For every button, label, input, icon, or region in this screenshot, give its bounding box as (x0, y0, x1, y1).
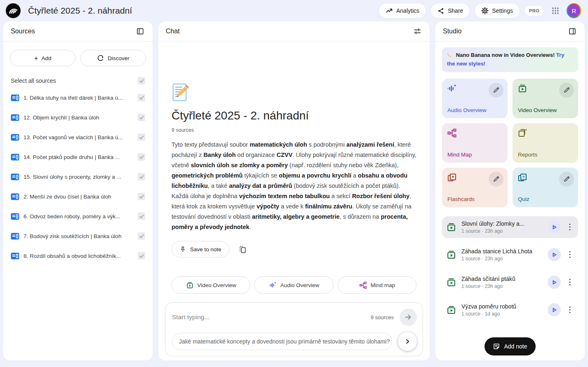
mind-map-card[interactable]: Mind Map (442, 123, 508, 163)
card-label: Video Overview (518, 107, 557, 113)
nano-banana-banner: Nano Banana now in Video Overviews! Try … (442, 47, 578, 72)
chat-panel-title: Chat (166, 28, 180, 35)
edit-audio-overview-button[interactable] (489, 83, 503, 98)
edit-video-overview-button[interactable] (559, 83, 574, 98)
discover-button[interactable]: Discover (80, 50, 146, 66)
notebook-summary: Tyto texty představují soubor matematick… (172, 140, 416, 232)
play-button[interactable] (548, 276, 561, 289)
more-options-icon[interactable] (566, 306, 574, 313)
analytics-button[interactable]: Analytics (379, 3, 426, 19)
next-suggestion-button[interactable] (398, 332, 417, 351)
audio-overview-button[interactable]: Audio Overview (254, 276, 333, 294)
audio-overview-icon (269, 281, 277, 289)
flashcards-card[interactable]: Flashcards (442, 168, 508, 207)
source-row[interactable]: 15. Slovní úlohy s procenty, zlomky a ..… (10, 167, 146, 187)
source-row[interactable]: 12. Objem krychlí | Banka úloh (10, 108, 146, 127)
source-checkbox[interactable] (138, 252, 145, 259)
collapse-studio-panel-icon[interactable] (567, 26, 578, 37)
copy-icon[interactable] (238, 245, 247, 254)
source-checkbox[interactable] (138, 173, 145, 180)
note-meta: 1 source · 1d ago (461, 311, 543, 317)
mind-map-icon (359, 281, 367, 289)
settings-button[interactable]: Settings (474, 3, 520, 19)
suggested-question-chip[interactable]: Jaké matematické koncepty a dovednosti j… (172, 333, 392, 350)
chat-input[interactable]: Start typing... (172, 313, 371, 321)
summary-segment: CZVV (277, 152, 293, 158)
studio-note-row[interactable]: Výzva poměru robotů 1 source · 1d ago (442, 299, 578, 321)
svg-text:?: ? (522, 175, 525, 179)
edit-flashcards-button[interactable] (489, 172, 503, 187)
chat-panel: Chat (158, 21, 430, 360)
summary-segment: analýzy dat a průměrů (229, 182, 292, 189)
edit-quiz-button[interactable] (559, 172, 574, 187)
note-meta: 1 source · 23h ago (461, 256, 543, 262)
note-meta: 1 source · 23h ago (461, 228, 543, 234)
audio-overview-label: Audio Overview (280, 282, 320, 288)
source-row[interactable]: 8. Rozdíl obsahů a obvod lichoběžník... (10, 246, 146, 266)
notebooklm-logo-icon[interactable] (6, 3, 21, 18)
note-icon (493, 343, 500, 350)
add-label: Add (41, 55, 51, 61)
avatar[interactable]: R (567, 3, 581, 18)
studio-note-row[interactable]: Záhada stanice Lichá Lhota 1 source · 23… (442, 244, 578, 266)
app-header: Čtyřleté 2025 - 2. náhradní Analytics Sh… (0, 0, 588, 21)
mind-map-button[interactable]: Mind map (338, 276, 416, 294)
more-options-icon[interactable] (566, 251, 574, 258)
add-source-button[interactable]: + Add (10, 50, 75, 66)
source-row[interactable]: 1. Délka stuhy na třetí dárek | Banka ú.… (10, 88, 146, 108)
card-label: Quiz (518, 196, 529, 202)
source-checkbox[interactable] (138, 213, 145, 220)
more-options-icon[interactable] (566, 223, 574, 231)
select-all-checkbox[interactable] (138, 77, 145, 84)
summary-segment: s podrobnými (307, 141, 346, 148)
reports-card[interactable]: Reports (513, 123, 578, 163)
summary-segment: Banky úloh (203, 152, 235, 158)
source-checkbox[interactable] (138, 133, 145, 141)
source-checkbox[interactable] (138, 153, 145, 161)
source-title: 12. Objem krychlí | Banka úloh (24, 115, 134, 121)
share-button[interactable]: Share (430, 3, 470, 19)
summary-segment: , a také (208, 182, 229, 189)
source-checkbox[interactable] (138, 114, 145, 121)
save-to-note-label: Save to note (190, 246, 221, 252)
discover-label: Discover (108, 55, 129, 61)
play-button[interactable] (548, 248, 561, 261)
save-to-note-button[interactable]: Save to note (172, 241, 229, 257)
source-checkbox[interactable] (138, 94, 145, 101)
doc-icon (11, 232, 19, 240)
source-checkbox[interactable] (138, 193, 145, 200)
play-button[interactable] (548, 303, 561, 316)
video-overview-button[interactable]: Video Overview (172, 276, 250, 294)
summary-segment: geometrických problémů (172, 172, 242, 179)
sources-panel: Sources + Add Discover Select all source… (3, 21, 153, 360)
audio-overview-card[interactable]: Audio Overview (442, 79, 508, 118)
summary-segment: . (249, 224, 251, 230)
source-row[interactable]: 13. Počet vagonů ve vlacích | Banka ú... (10, 127, 146, 147)
source-row[interactable]: 6. Odvoz beden roboty, poměry a výk... (10, 206, 146, 226)
summary-segment: , s důrazem na (340, 213, 381, 220)
add-note-button[interactable]: Add note (485, 337, 535, 355)
quiz-card[interactable]: ? Quiz (513, 168, 578, 207)
video-overview-card[interactable]: Video Overview (513, 79, 578, 118)
apps-grid-icon[interactable] (552, 7, 559, 14)
source-title: 13. Počet vagonů ve vlacích | Banka ú... (24, 134, 134, 140)
studio-panel-title: Studio (443, 28, 461, 35)
source-row[interactable]: 14. Počet ptáků podle druhu | Banka ... (10, 147, 146, 167)
studio-note-row[interactable]: Záhada sčítání ptáků 1 source · 23h ago (442, 271, 578, 293)
studio-note-row[interactable]: Slovní úlohy: Zlomky a... 1 source · 23h… (442, 216, 578, 238)
more-options-icon[interactable] (566, 278, 574, 286)
video-overview-icon (446, 250, 456, 260)
play-button[interactable] (548, 220, 561, 234)
summary-segment: výchozím textem nebo tabulkou (239, 193, 330, 199)
collapse-sources-panel-icon[interactable] (134, 26, 146, 37)
source-checkbox[interactable] (138, 232, 145, 240)
doc-icon (11, 252, 19, 260)
doc-icon (11, 193, 19, 201)
send-button[interactable] (400, 309, 417, 326)
source-row[interactable]: 7. Bodový zisk soutěžících | Banka úloh (10, 226, 146, 246)
source-row[interactable]: 2. Menší ze dvou čísel | Banka úloh (10, 187, 146, 206)
summary-segment: objemu a povrchu krychlí (279, 172, 351, 179)
card-label: Reports (518, 152, 537, 158)
chat-settings-tune-icon[interactable] (412, 26, 423, 37)
notebook-title: Čtyřleté 2025 - 2. náhradní (28, 6, 132, 16)
